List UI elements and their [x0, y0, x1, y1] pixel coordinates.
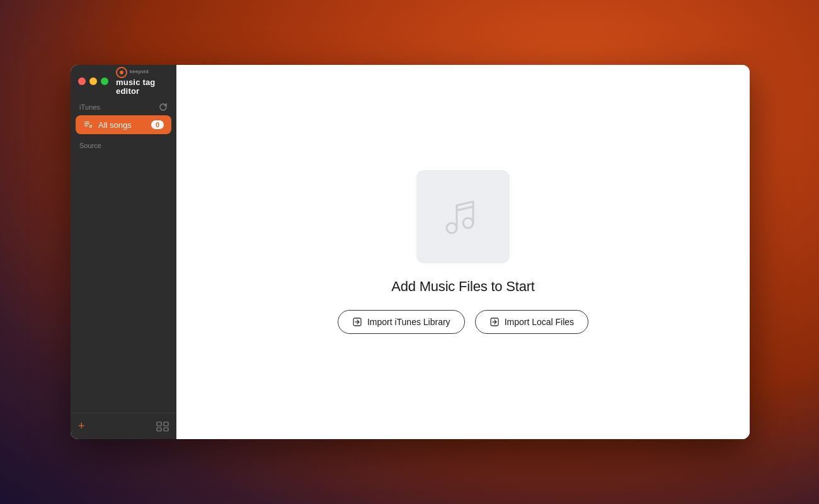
maximize-button[interactable] [101, 77, 108, 85]
music-list-icon [83, 120, 93, 130]
svg-rect-0 [84, 122, 89, 122]
svg-rect-4 [157, 422, 161, 426]
music-icon-container [416, 170, 510, 263]
empty-state-title: Add Music Files to Start [391, 278, 535, 295]
app-title: music tag editor [116, 78, 169, 96]
import-itunes-label: Import iTunes Library [367, 317, 450, 327]
app-window: keepvid music tag editor iTunes [71, 65, 750, 439]
add-button[interactable]: + [78, 420, 85, 433]
refresh-icon[interactable] [159, 103, 168, 112]
svg-rect-5 [164, 422, 168, 426]
import-buttons: Import iTunes Library Import Local Files [338, 310, 588, 334]
main-content: Add Music Files to Start Import iTunes L… [176, 65, 750, 439]
grid-icon[interactable] [156, 421, 169, 432]
sidebar-bottom: + [71, 413, 176, 439]
traffic-lights [78, 77, 108, 85]
app-logo: keepvid music tag editor [116, 67, 169, 96]
logo-brand: keepvid [130, 69, 149, 75]
minimize-button[interactable] [89, 77, 97, 85]
sidebar: keepvid music tag editor iTunes [71, 65, 176, 439]
svg-rect-6 [157, 428, 161, 431]
svg-rect-7 [164, 428, 168, 431]
music-note-icon [438, 192, 488, 242]
title-bar: keepvid music tag editor [71, 65, 176, 98]
svg-rect-2 [84, 125, 88, 126]
source-section-label: Source [71, 134, 176, 153]
import-local-icon [490, 317, 500, 327]
empty-state: Add Music Files to Start Import iTunes L… [338, 170, 588, 334]
import-itunes-icon [352, 317, 362, 327]
all-songs-label: All songs [98, 120, 146, 130]
all-songs-badge: 0 [151, 120, 164, 129]
svg-rect-1 [84, 123, 89, 124]
import-local-button[interactable]: Import Local Files [475, 310, 588, 334]
import-local-label: Import Local Files [505, 317, 574, 327]
close-button[interactable] [78, 77, 86, 85]
itunes-section-label: iTunes [71, 98, 176, 115]
logo-icon [116, 67, 127, 78]
sidebar-item-all-songs[interactable]: All songs 0 [76, 115, 171, 134]
import-itunes-button[interactable]: Import iTunes Library [338, 310, 465, 334]
